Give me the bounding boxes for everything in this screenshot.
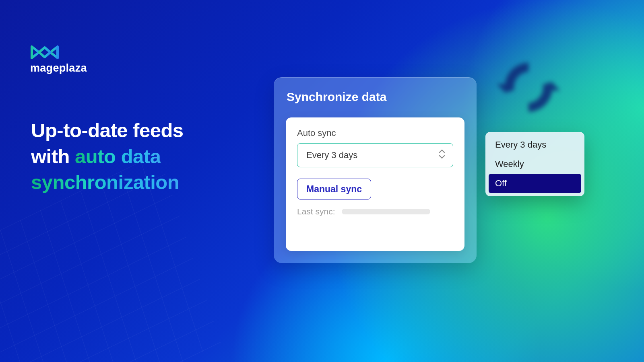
brand-logo: mageplaza [30,43,87,74]
auto-sync-label: Auto sync [297,128,453,138]
hero-background: mageplaza Up-to-date feeds with auto dat… [0,0,644,362]
logo-mark-icon [30,43,59,61]
dropdown-option[interactable]: Weekly [489,154,581,174]
manual-sync-button[interactable]: Manual sync [297,179,371,200]
headline-line1: Up-to-date feeds [31,117,184,144]
headline-line2-plain: with [31,146,75,167]
headline-line3-accent: synchronization [31,171,179,193]
headline-line2-accent: auto data [75,146,161,167]
dropdown-option[interactable]: Every 3 days [489,135,581,154]
auto-sync-select[interactable]: Every 3 days [297,143,453,167]
sync-card: Synchronize data Auto sync Every 3 days … [274,77,477,263]
headline: Up-to-date feeds with auto data synchron… [31,117,184,195]
last-sync-placeholder [342,209,430,214]
card-title: Synchronize data [274,77,477,104]
auto-sync-value: Every 3 days [306,150,357,160]
last-sync-label: Last sync: [297,207,335,216]
dropdown-option-selected[interactable]: Off [489,174,581,193]
chevron-updown-icon [438,149,446,162]
sync-panel: Auto sync Every 3 days Manual sync Last … [286,117,464,251]
sync-icon [494,53,563,121]
auto-sync-dropdown[interactable]: Every 3 days Weekly Off [485,132,584,196]
brand-name: mageplaza [30,62,87,74]
